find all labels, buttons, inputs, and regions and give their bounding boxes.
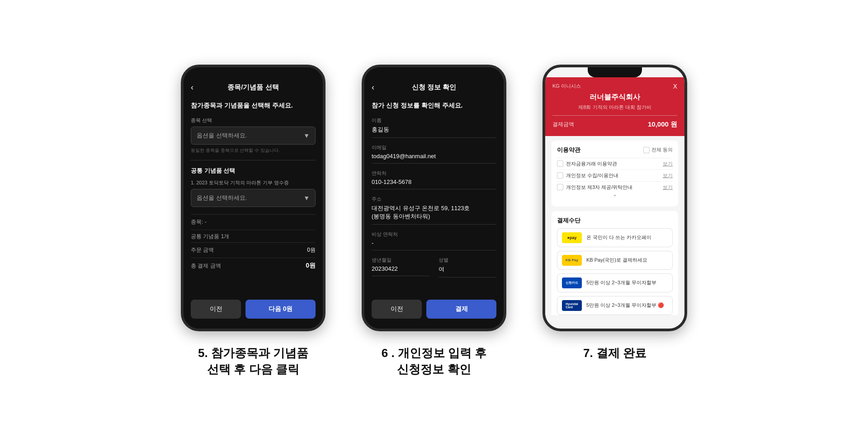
phone-notch-2 <box>407 67 461 77</box>
phone-notch-1 <box>226 67 280 77</box>
summary-category-label: 종목: - <box>191 218 207 226</box>
terms-view-0[interactable]: 보기 <box>663 160 673 167</box>
close-button-3[interactable]: X <box>673 83 677 90</box>
terms-label-0: 전자금융거래 이용약관 <box>566 160 617 167</box>
info-phone-value: 010-1234-5678 <box>372 179 496 189</box>
screen1-desc: 참가종목과 기념품을 선택해 주세요. <box>191 101 316 110</box>
info-email-field: 이메일 todag0419@hanmail.net <box>372 144 496 164</box>
info-email-value: todag0419@hanmail.net <box>372 153 496 164</box>
main-container: ‹ 종목/기념품 선택 참가종목과 기념품을 선택해 주세요. 종목 선택 옵션… <box>36 65 832 378</box>
all-agree-label: 전체 동의 <box>651 146 673 153</box>
kb-pay-label: KB Pay(국민)로 결제하세요 <box>586 257 647 263</box>
screen2-desc: 참가 신청 정보를 확인해 주세요. <box>372 101 496 110</box>
section-3: KG 이니시스 X 러너블주식회사 제8회 기적의 마라톤 대회 참가비 결제금… <box>542 65 687 361</box>
info-name-label: 이름 <box>372 117 496 124</box>
screen1-header: ‹ 종목/기념품 선택 <box>184 77 323 96</box>
screen2-header: ‹ 신청 정보 확인 <box>364 77 504 96</box>
terms-view-2[interactable]: 보기 <box>663 184 673 191</box>
info-emergency-field: 비상 연락처 - <box>372 231 496 250</box>
all-agree-row[interactable]: 전체 동의 <box>643 146 673 153</box>
info-birth-gender-row: 생년월일 20230422 성별 여 <box>372 257 496 284</box>
info-birth-value: 20230422 <box>372 265 429 276</box>
terms-row-2[interactable]: 개인정보 제3자 제공/위탁안내 보기 <box>557 181 673 193</box>
info-gender-field: 성별 여 <box>439 257 496 277</box>
prev-button-1[interactable]: 이전 <box>191 300 241 319</box>
caption-3: 7. 결제 완료 <box>583 345 646 361</box>
phone-screen-2: ‹ 신청 정보 확인 참가 신청 정보를 확인해 주세요. 이름 홍길동 이메일… <box>364 67 504 329</box>
select-hint: 동일한 종목을 중복으로 선택할 수 있습니다. <box>191 147 316 154</box>
s3-amount-row: 결제금액 10,000 원 <box>552 120 677 129</box>
terms-title: 이용약관 <box>557 146 580 154</box>
gift-select[interactable]: 옵션을 선택하세요. ▼ <box>191 189 316 207</box>
info-birth-field: 생년월일 20230422 <box>372 257 429 277</box>
gift-item-label: 1. 2023 토닥토닥 기적의 마라톤 기부 영수증 <box>191 179 316 186</box>
pay-methods-list: ●pay 온 국민이 다 쓰는 카카오페이 KB Pay KB Pay(국민)로… <box>557 228 673 315</box>
caption-2: 6 . 개인정보 입력 후신청정보 확인 <box>382 345 487 378</box>
phone-frame-2: ‹ 신청 정보 확인 참가 신청 정보를 확인해 주세요. 이름 홍길동 이메일… <box>362 65 506 331</box>
summary-order-value: 0원 <box>307 246 316 254</box>
info-email-label: 이메일 <box>372 144 496 151</box>
back-button-2[interactable]: ‹ <box>372 83 374 92</box>
screen2-btn-row: 이전 결제 <box>364 294 504 324</box>
terms-label-2: 개인정보 제3자 제공/위탁안내 <box>566 184 632 191</box>
all-agree-checkbox[interactable] <box>643 147 650 153</box>
back-button-1[interactable]: ‹ <box>191 83 193 92</box>
info-gender-value: 여 <box>439 265 496 277</box>
screen1-content: 참가종목과 기념품을 선택해 주세요. 종목 선택 옵션을 선택하세요. ▼ 동… <box>184 96 323 327</box>
screen1-title: 종목/기념품 선택 <box>227 83 278 92</box>
payment-section-header: 결제수단 <box>557 216 673 225</box>
terms-checkbox-0[interactable] <box>557 160 563 167</box>
info-gender-label: 성별 <box>439 257 496 263</box>
s3-amount-label: 결제금액 <box>552 121 574 128</box>
summary-order-label: 주문 금액 <box>191 246 214 254</box>
prev-button-2[interactable]: 이전 <box>372 300 422 319</box>
pay-hyundai-method[interactable]: HyundaiCard 5만원 이상 2~3개월 무이자할부 🔴 <box>557 296 673 315</box>
terms-row-0-left: 전자금융거래 이용약관 <box>557 160 617 167</box>
section-2: ‹ 신청 정보 확인 참가 신청 정보를 확인해 주세요. 이름 홍길동 이메일… <box>362 65 506 378</box>
caption-1: 5. 참가종목과 기념품선택 후 다음 클릭 <box>198 345 308 378</box>
terms-label-1: 개인정보 수집/이용안내 <box>566 172 618 179</box>
terms-row-1[interactable]: 개인정보 수집/이용안내 보기 <box>557 169 673 181</box>
summary-category-row: 종목: - <box>191 214 316 230</box>
terms-row-2-left: 개인정보 제3자 제공/위탁안내 <box>557 184 632 191</box>
terms-checkbox-2[interactable] <box>557 184 563 190</box>
phone-frame-3: KG 이니시스 X 러너블주식회사 제8회 기적의 마라톤 대회 참가비 결제금… <box>542 65 687 331</box>
event-select-placeholder: 옵션을 선택하세요. <box>197 132 247 140</box>
summary-gift-label: 공통 기념품 1개 <box>191 233 229 240</box>
s3-brand-label: KG 이니시스 <box>552 83 581 89</box>
phone-notch-3 <box>588 67 642 77</box>
pay-kb-method[interactable]: KB Pay KB Pay(국민)로 결제하세요 <box>557 251 673 270</box>
info-phone-label: 연락처 <box>372 170 496 177</box>
chevron-up-icon: ⌃ <box>557 193 673 201</box>
terms-checkbox-1[interactable] <box>557 172 563 179</box>
summary-total-value: 0원 <box>306 262 316 270</box>
info-address-field: 주소 대전광역시 유성구 온천로 59, 1123호(봉명동 동아벤처타워) <box>372 196 496 225</box>
pay-shinhan-method[interactable]: 신한카드 5만원 이상 2~3개월 무이자할부 <box>557 273 673 292</box>
phone-screen-3: KG 이니시스 X 러너블주식회사 제8회 기적의 마라톤 대회 참가비 결제금… <box>545 67 684 329</box>
event-select[interactable]: 옵션을 선택하세요. ▼ <box>191 127 316 145</box>
summary-total-label: 총 결제 금액 <box>191 262 221 270</box>
summary-total-row: 총 결제 금액 0원 <box>191 258 316 273</box>
gift-section-title: 공통 기념품 선택 <box>191 167 316 175</box>
info-name-field: 이름 홍길동 <box>372 117 496 138</box>
kb-pay-icon: KB Pay <box>562 255 582 266</box>
terms-view-1[interactable]: 보기 <box>663 172 673 179</box>
divider-1 <box>191 160 316 160</box>
info-emergency-label: 비상 연락처 <box>372 231 496 238</box>
phone-screen-1: ‹ 종목/기념품 선택 참가종목과 기념품을 선택해 주세요. 종목 선택 옵션… <box>184 67 323 329</box>
info-birth-label: 생년월일 <box>372 257 429 263</box>
next-button-1[interactable]: 다음 0원 <box>245 300 316 319</box>
terms-section-header: 이용약관 전체 동의 <box>557 146 673 154</box>
pay-kakao-method[interactable]: ●pay 온 국민이 다 쓰는 카카오페이 <box>557 228 673 247</box>
confirm-button-2[interactable]: 결제 <box>426 300 496 319</box>
payment-title: 결제수단 <box>557 216 580 225</box>
kakao-pay-label: 온 국민이 다 쓰는 카카오페이 <box>586 234 651 241</box>
terms-row-0[interactable]: 전자금융거래 이용약관 보기 <box>557 158 673 169</box>
chevron-down-icon-1: ▼ <box>303 132 310 139</box>
info-address-label: 주소 <box>372 196 496 202</box>
screen3-header: KG 이니시스 X 러너블주식회사 제8회 기적의 마라톤 대회 참가비 결제금… <box>545 77 684 136</box>
s3-company-name: 러너블주식회사 <box>552 93 677 102</box>
gift-select-placeholder: 옵션을 선택하세요. <box>197 194 247 202</box>
info-emergency-value: - <box>372 240 496 250</box>
screen2-content: 참가 신청 정보를 확인해 주세요. 이름 홍길동 이메일 todag0419@… <box>364 96 504 327</box>
